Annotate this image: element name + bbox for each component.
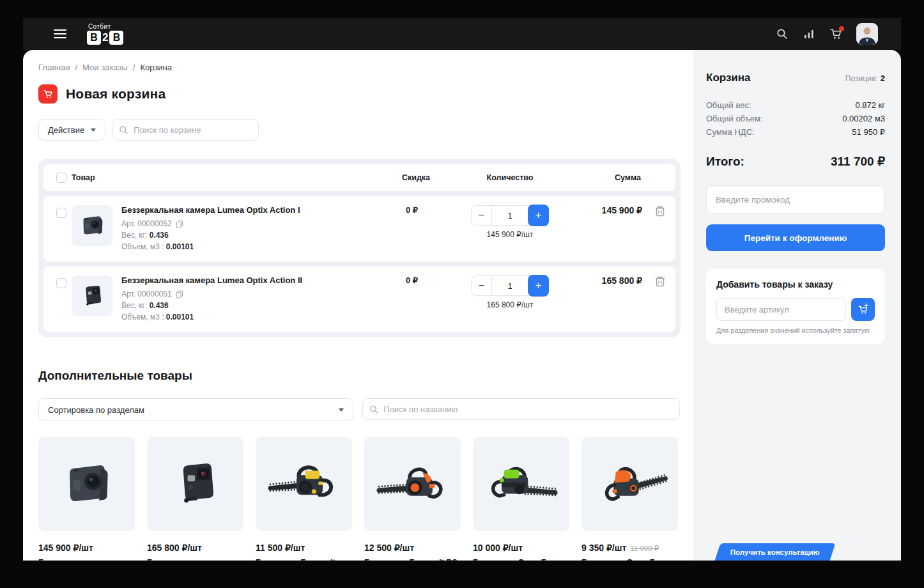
breadcrumb-cart: Корзина: [140, 63, 172, 72]
sort-by-sections-select[interactable]: Сортировка по разделам: [38, 398, 353, 421]
total-weight-row: Общий вес:0.872 кг: [706, 98, 885, 112]
product-cards-grid: 145 900 ₽/шт Беззеркальная камера Lumea …: [38, 437, 681, 561]
quantity-stepper: − 1 +: [471, 205, 549, 226]
logo-caption: Сотбит: [88, 23, 111, 30]
top-bar: Сотбит В 2 В: [23, 18, 901, 50]
product-card: 9 350 ₽/шт11 000 ₽ Бензопила GreenForge …: [581, 437, 678, 561]
sotbit-b2b-logo[interactable]: Сотбит В 2 В: [87, 23, 123, 45]
discount-value: 0 ₽: [381, 275, 450, 285]
product-image[interactable]: [581, 437, 678, 531]
logo-letter-b1: В: [87, 31, 101, 45]
action-dropdown[interactable]: Действие: [38, 119, 105, 141]
product-image[interactable]: [38, 437, 135, 531]
qty-plus-button[interactable]: +: [528, 275, 549, 297]
cart-red-icon: [38, 84, 58, 104]
checkout-button[interactable]: Перейти к оформлению: [706, 224, 885, 251]
add-products-title: Добавить товары к заказу: [716, 279, 875, 290]
additional-products-title: Дополнительные товары: [38, 369, 681, 383]
breadcrumb-my-orders[interactable]: Мои заказы: [82, 63, 128, 72]
search-icon: [369, 405, 378, 414]
get-consultation-button[interactable]: Получить консультацию: [715, 543, 836, 561]
product-image[interactable]: [473, 437, 569, 531]
select-all-checkbox[interactable]: [56, 173, 66, 183]
cart-row-2: Беззеркальная камера Lumea Optix Action …: [43, 267, 675, 332]
breadcrumb: Главная / Мои заказы / Корзина: [38, 63, 681, 72]
copy-icon[interactable]: [176, 290, 183, 298]
product-card: 145 900 ₽/шт Беззеркальная камера Lumea …: [38, 437, 135, 561]
row-sum: 145 900 ₽: [569, 205, 645, 215]
price: 10 000 ₽/шт: [473, 543, 523, 553]
vat-row: Сумма НДС:51 950 ₽: [706, 125, 885, 139]
total-value: 311 700 ₽: [831, 154, 885, 169]
product-thumbnail[interactable]: [72, 275, 112, 316]
product-name-link[interactable]: Беззеркальная камера Lumea Optix Action …: [121, 275, 302, 285]
quantity-stepper: − 1 +: [471, 275, 549, 296]
article-input[interactable]: [716, 298, 846, 321]
total-volume-row: Общий объем:0.00202 м3: [706, 112, 885, 125]
name-search: [362, 398, 680, 420]
chevron-down-icon: [91, 128, 96, 132]
row-checkbox[interactable]: [56, 278, 66, 288]
stats-bars-icon[interactable]: [803, 27, 815, 40]
product-name-link[interactable]: Бензопила GreenForge 251-16: [581, 557, 678, 561]
qty-minus-button[interactable]: −: [472, 205, 492, 226]
product-thumbnail[interactable]: [72, 205, 112, 246]
breadcrumb-home[interactable]: Главная: [38, 63, 70, 72]
search-icon[interactable]: [776, 27, 789, 40]
product-card: 11 500 ₽/шт Бензопила Ferrovolt 365H Арт…: [256, 437, 352, 561]
price: 145 900 ₽/шт: [38, 543, 93, 553]
delete-row-icon[interactable]: [645, 205, 675, 217]
page-title: Новая корзина: [66, 86, 166, 102]
product-name-link[interactable]: Бензопила Ferrovolt 365H: [256, 557, 352, 561]
add-to-cart-button[interactable]: [851, 298, 875, 321]
product-name-link[interactable]: Беззеркальная камера Lumea Optix Action …: [147, 557, 243, 561]
qty-value[interactable]: 1: [492, 211, 528, 220]
total-row: Итого: 311 700 ₽: [706, 154, 885, 169]
discount-value: 0 ₽: [381, 205, 450, 215]
copy-icon[interactable]: [176, 220, 183, 228]
row-checkbox[interactable]: [56, 208, 66, 218]
product-image[interactable]: [147, 437, 243, 531]
cart-table-header: Товар Скидка Количество Сумма: [43, 164, 675, 191]
old-price: 11 000 ₽: [630, 544, 659, 553]
unit-price: 145 900 ₽/шт: [487, 230, 534, 239]
app-window: Сотбит В 2 В: [23, 18, 901, 561]
product-image[interactable]: [256, 437, 352, 531]
cart-summary-sidebar: Корзина Позиции:2 Общий вес:0.872 кг Общ…: [693, 50, 901, 561]
delete-row-icon[interactable]: [645, 275, 675, 287]
promo-code-input[interactable]: [706, 185, 885, 213]
cart-icon[interactable]: [829, 27, 842, 40]
user-avatar[interactable]: [856, 23, 878, 45]
price: 12 500 ₽/шт: [364, 543, 414, 553]
logo-letter-b2: В: [109, 31, 123, 45]
positions-count: Позиции:2: [845, 74, 885, 83]
product-name-link[interactable]: Бензопила GreenForge 241-16: [473, 557, 569, 561]
price: 165 800 ₽/шт: [147, 543, 202, 553]
row-sum: 165 800 ₽: [569, 275, 645, 286]
price: 9 350 ₽/шт: [581, 543, 626, 553]
product-card: 12 500 ₽/шт Бензопила Ferrovolt BS-62 Ар…: [364, 437, 461, 561]
price: 11 500 ₽/шт: [256, 543, 305, 553]
unit-price: 165 800 ₽/шт: [487, 300, 534, 309]
main-area: Главная / Мои заказы / Корзина Новая кор…: [23, 50, 693, 561]
product-name-link[interactable]: Бензопила Ferrovolt BS-62: [364, 557, 461, 561]
product-image[interactable]: [364, 437, 461, 531]
product-card: 10 000 ₽/шт Бензопила GreenForge 241-16 …: [473, 437, 569, 561]
logo-digit: 2: [102, 31, 108, 44]
qty-minus-button[interactable]: −: [472, 275, 492, 296]
add-products-panel: Добавить товары к заказу Для разделения …: [706, 268, 885, 344]
add-products-hint: Для разделения значений используйте запя…: [716, 327, 875, 334]
qty-value[interactable]: 1: [492, 281, 528, 291]
name-search-input[interactable]: [383, 405, 673, 414]
search-icon: [119, 125, 128, 135]
product-name-link[interactable]: Беззеркальная камера Lumea Optix Action …: [121, 205, 300, 215]
cart-badge: [839, 26, 844, 31]
cart-table: Товар Скидка Количество Сумма Беззеркаль…: [38, 159, 681, 337]
product-card: 165 800 ₽/шт Беззеркальная камера Lumea …: [147, 437, 243, 561]
hamburger-icon[interactable]: [54, 29, 66, 38]
qty-plus-button[interactable]: +: [528, 205, 549, 226]
cart-search-input[interactable]: [134, 125, 249, 135]
cart-plus-icon: [858, 304, 869, 315]
chevron-down-icon: [339, 408, 344, 412]
product-name-link[interactable]: Беззеркальная камера Lumea Optix Action …: [38, 557, 135, 561]
